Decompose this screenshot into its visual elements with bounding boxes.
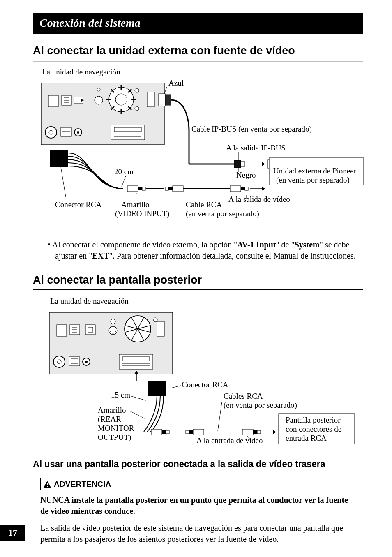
svg-rect-49 (245, 187, 248, 190)
diagram-1-caption: La unidad de navegación (42, 67, 363, 77)
svg-rect-1 (48, 95, 58, 107)
svg-rect-56 (57, 325, 67, 336)
svg-rect-40 (138, 187, 142, 190)
label-azul: Azul (168, 80, 184, 87)
svg-line-52 (61, 167, 66, 197)
warning-label-box: ADVERTENCIA (40, 478, 115, 491)
label-cables-rca-2: (en venta por separado) (224, 401, 297, 410)
svg-rect-78 (151, 429, 162, 435)
svg-rect-0 (41, 83, 164, 145)
section-heading-3: Al usar una pantalla posterior conectada… (33, 458, 363, 472)
title-bar: Conexión del sistema (33, 13, 363, 34)
svg-rect-18 (147, 92, 154, 107)
label-20cm: 20 cm (114, 167, 134, 176)
svg-rect-93 (47, 486, 48, 487)
label-amarillo2-2: (REAR (98, 415, 121, 424)
svg-rect-39 (127, 186, 138, 192)
svg-rect-24 (111, 125, 145, 140)
svg-rect-80 (166, 430, 169, 434)
svg-rect-43 (165, 187, 168, 190)
note1-mid1: " de " (276, 240, 294, 249)
label-conector-rca-2: Conector RCA (182, 380, 228, 389)
diagram-2: La unidad de navegación (49, 296, 363, 451)
svg-line-53 (135, 192, 138, 194)
svg-rect-41 (142, 187, 145, 190)
warning-icon (43, 481, 51, 488)
connection-diagram-1: Azul Cable IP-BUS (en venta por separado… (41, 80, 370, 232)
svg-line-76 (218, 402, 222, 431)
note1-suffix: ". Para obtener información detallada, c… (109, 251, 355, 260)
label-a-entrada: A la entrada de vídeo (196, 436, 263, 445)
svg-line-28 (164, 87, 167, 94)
svg-point-16 (135, 88, 139, 92)
note1-b3: EXT (92, 251, 109, 260)
svg-line-54 (196, 190, 201, 194)
svg-rect-45 (173, 186, 183, 192)
connection-diagram-2: Conector RCA 15 cm Cables RCA (en venta … (49, 309, 366, 451)
svg-rect-31 (241, 162, 245, 166)
svg-rect-37 (50, 150, 68, 167)
svg-rect-84 (193, 429, 204, 435)
label-amarillo2-3: MONITOR (98, 424, 134, 432)
label-15cm: 15 cm (111, 391, 130, 399)
warning-bold-text: NUNCA instale la pantalla posterior en u… (40, 495, 356, 517)
svg-point-14 (95, 96, 103, 104)
svg-rect-70 (119, 354, 153, 369)
note1-b2: System (295, 240, 320, 249)
svg-point-60 (111, 319, 115, 324)
svg-line-38 (122, 176, 126, 187)
label-cables-rca-1: Cables RCA (224, 392, 263, 400)
svg-point-17 (135, 106, 139, 111)
svg-point-66 (57, 360, 61, 364)
label-salida-video: A la salida de vídeo (228, 195, 290, 203)
svg-rect-82 (186, 430, 189, 434)
svg-rect-87 (253, 430, 257, 434)
label-cable-ipbus: Cable IP-BUS (en venta por separado) (191, 125, 312, 134)
svg-rect-92 (47, 483, 48, 485)
section-heading-1: Al conectar la unidad externa con fuente… (33, 44, 363, 60)
diagram-1: La unidad de navegación (41, 67, 363, 232)
label-pantalla-1: Pantalla posterior (286, 416, 341, 424)
svg-rect-73 (148, 381, 166, 396)
diagram-2-caption: La unidad de navegación (50, 296, 363, 307)
svg-rect-44 (168, 187, 173, 190)
warning-label-text: ADVERTENCIA (54, 479, 111, 490)
note1-b1: AV-1 Input (237, 240, 276, 249)
svg-line-77 (130, 411, 145, 418)
label-unidad-externa-1: Unidad externa de Pioneer (273, 166, 357, 175)
label-amarillo2-4: OUTPUT) (98, 433, 131, 442)
label-cable-rca-1: Cable RCA (186, 200, 222, 209)
svg-point-15 (97, 88, 100, 91)
svg-point-5 (115, 94, 127, 105)
warning-paragraph: La salida de vídeo posterior de este sis… (40, 522, 356, 545)
svg-rect-83 (189, 430, 193, 434)
svg-rect-79 (162, 430, 166, 434)
svg-point-69 (85, 361, 88, 363)
label-pantalla-3: entrada RCA (286, 434, 327, 442)
section-heading-2: Al conectar la pantalla posterior (33, 273, 363, 290)
label-unidad-externa-2: (en venta por separado) (276, 176, 350, 185)
label-conector-rca-1: Conector RCA (55, 200, 102, 209)
svg-rect-67 (69, 357, 80, 366)
svg-rect-26 (159, 94, 165, 106)
svg-rect-21 (61, 127, 71, 136)
svg-line-74 (171, 386, 181, 388)
note-1: • Al conectar el componente de vídeo ext… (48, 239, 363, 261)
note1-prefix: • Al conectar el componente de vídeo ext… (48, 240, 237, 249)
svg-rect-64 (157, 321, 164, 336)
label-amarillo-2: (VIDEO INPUT) (115, 209, 169, 218)
svg-rect-86 (242, 429, 253, 435)
svg-rect-27 (165, 95, 171, 105)
svg-rect-48 (241, 187, 245, 190)
label-amarillo-1: Amarillo (121, 200, 150, 209)
svg-rect-88 (257, 430, 261, 434)
svg-rect-58 (85, 325, 95, 335)
label-amarillo2-1: Amarillo (98, 406, 126, 414)
label-salida-ipbus: A la salida IP-BUS (226, 143, 286, 152)
svg-point-23 (77, 131, 79, 134)
svg-rect-30 (234, 160, 241, 168)
label-cable-rca-2: (en venta por separado) (186, 209, 259, 218)
svg-line-75 (131, 396, 146, 400)
svg-rect-47 (230, 186, 241, 192)
svg-point-20 (49, 130, 53, 134)
